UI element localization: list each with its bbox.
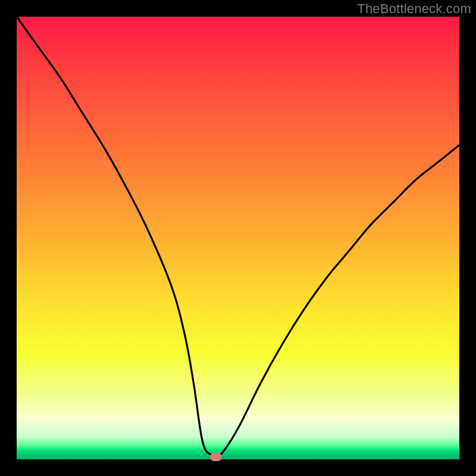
chart-frame: TheBottleneck.com (0, 0, 476, 476)
optimal-marker (210, 453, 222, 461)
watermark-label: TheBottleneck.com (357, 1, 471, 17)
bottleneck-curve (17, 17, 459, 459)
plot-area (17, 17, 459, 459)
